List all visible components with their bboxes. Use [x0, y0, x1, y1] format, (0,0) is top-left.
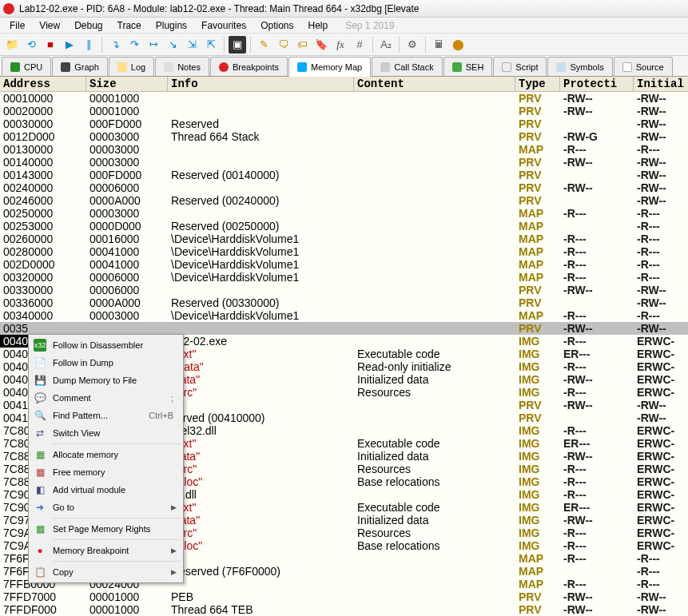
cell-addr[interactable]: 00260000 [0, 232, 86, 245]
cell-content[interactable]: Resources [354, 463, 515, 475]
settings-icon[interactable]: ⚙ [404, 36, 421, 54]
cell-init[interactable]: -RW-- [634, 181, 688, 194]
cell-type[interactable]: IMG [515, 450, 560, 463]
cell-prot[interactable]: -R--- [560, 232, 634, 245]
menu-find-pattern-[interactable]: 🔍Find Pattern...Ctrl+B [30, 407, 181, 424]
cell-prot[interactable] [560, 411, 634, 424]
menu-copy[interactable]: 📋Copy▶ [30, 563, 181, 581]
cell-content[interactable] [354, 424, 515, 437]
cell-content[interactable]: Base relocations [354, 475, 515, 488]
cell-content[interactable] [354, 578, 515, 590]
tab-graph[interactable]: Graph [52, 57, 108, 76]
cell-prot[interactable]: -R--- [560, 245, 634, 258]
column-initial[interactable]: Initial [634, 77, 688, 92]
cell-content[interactable] [354, 143, 515, 156]
cell-info[interactable] [168, 552, 354, 565]
menu-memory-breakpoint[interactable]: ●Memory Breakpoint▶ [30, 542, 181, 559]
cell-addr[interactable]: 002D0000 [0, 258, 86, 271]
cell-init[interactable]: ERWC- [634, 348, 688, 360]
cell-info[interactable]: Reserved [168, 117, 354, 130]
cell-content[interactable] [354, 258, 515, 271]
cell-type[interactable]: IMG [515, 348, 560, 360]
cell-init[interactable]: -RW-- [634, 603, 688, 616]
cell-type[interactable]: MAP [515, 565, 560, 578]
cell-info[interactable]: .data" [168, 450, 354, 463]
column-type[interactable]: Type [515, 77, 560, 92]
tab-log[interactable]: Log [109, 57, 154, 76]
cell-type[interactable]: PRV [515, 322, 560, 335]
cell-info[interactable]: .rsrc" [168, 527, 354, 539]
cell-prot[interactable]: -RW-- [560, 92, 634, 105]
menu-switch-view[interactable]: ⇄Switch View [30, 424, 181, 442]
cell-content[interactable] [354, 590, 515, 603]
cell-addr[interactable]: 00020000 [0, 105, 86, 117]
cell-prot[interactable]: -R--- [560, 386, 634, 399]
open-icon[interactable]: 📁 [3, 36, 21, 54]
cell-addr[interactable]: 00130000 [0, 143, 86, 156]
cell-type[interactable]: PRV [515, 603, 560, 616]
cell-init[interactable]: -RW-- [634, 117, 688, 130]
cell-type[interactable]: PRV [515, 181, 560, 194]
cell-addr[interactable]: 00143000 [0, 169, 86, 181]
cell-addr[interactable]: 7FFDF000 [0, 603, 86, 616]
cell-size[interactable]: 0000A000 [86, 194, 168, 207]
cell-content[interactable] [354, 399, 515, 411]
cell-addr[interactable]: 7FFD7000 [0, 590, 86, 603]
cell-addr[interactable]: 00253000 [0, 220, 86, 232]
cell-type[interactable]: IMG [515, 335, 560, 348]
cell-prot[interactable] [560, 296, 634, 309]
tab-script[interactable]: Script [493, 57, 547, 76]
cell-prot[interactable] [560, 169, 634, 181]
cell-type[interactable]: PRV [515, 117, 560, 130]
tab-source[interactable]: Source [614, 57, 673, 76]
cell-type[interactable]: MAP [515, 207, 560, 220]
cell-addr[interactable]: 00140000 [0, 156, 86, 169]
cell-info[interactable]: .text" [168, 501, 354, 514]
menu-set-page-memory-rights[interactable]: ▦Set Page Memory Rights [30, 520, 181, 538]
column-protecti[interactable]: Protecti [560, 77, 634, 92]
cell-content[interactable] [354, 245, 515, 258]
cell-type[interactable]: MAP [515, 309, 560, 322]
cell-size[interactable]: 00006000 [86, 284, 168, 296]
cell-prot[interactable]: -R--- [560, 309, 634, 322]
menu-follow-in-dump[interactable]: 📄Follow in Dump [30, 354, 181, 372]
cell-prot[interactable]: ER--- [560, 437, 634, 450]
cell-type[interactable]: IMG [515, 386, 560, 399]
cell-prot[interactable]: -RW-- [560, 590, 634, 603]
step-out-icon[interactable]: ↦ [145, 36, 162, 54]
cell-init[interactable]: ERWC- [634, 488, 688, 501]
cell-type[interactable]: PRV [515, 156, 560, 169]
cell-prot[interactable]: ER--- [560, 348, 634, 360]
menu-view[interactable]: View [33, 18, 66, 33]
column-content[interactable]: Content [354, 77, 515, 92]
cell-init[interactable]: -R--- [634, 309, 688, 322]
cell-type[interactable]: IMG [515, 514, 560, 527]
tab-cpu[interactable]: CPU [2, 57, 51, 76]
menu-allocate-memory[interactable]: ▦Allocate memory [30, 446, 181, 463]
cell-init[interactable]: -R--- [634, 258, 688, 271]
cell-size[interactable] [86, 322, 168, 335]
cell-info[interactable] [168, 143, 354, 156]
cell-prot[interactable] [560, 117, 634, 130]
cell-init[interactable]: ERWC- [634, 475, 688, 488]
cell-init[interactable]: -R--- [634, 578, 688, 590]
cell-info[interactable]: \Device\HarddiskVolume1 [168, 258, 354, 271]
tab-memory-map[interactable]: Memory Map [288, 57, 371, 77]
cell-size[interactable]: 00016000 [86, 232, 168, 245]
trace-over-icon[interactable]: ⇱ [202, 36, 220, 54]
cell-content[interactable] [354, 411, 515, 424]
cell-prot[interactable]: -R--- [560, 463, 634, 475]
cell-size[interactable]: 00003000 [86, 143, 168, 156]
cell-init[interactable]: ERWC- [634, 450, 688, 463]
cell-info[interactable]: Reserved (00240000) [168, 194, 354, 207]
cell-prot[interactable]: -R--- [560, 258, 634, 271]
cell-init[interactable]: -RW-- [634, 130, 688, 143]
cell-content[interactable]: Executable code [354, 501, 515, 514]
cell-content[interactable] [354, 309, 515, 322]
menu-follow-in-disassembler[interactable]: x32Follow in Disassembler [30, 336, 181, 354]
cell-type[interactable]: MAP [515, 220, 560, 232]
cell-type[interactable]: PRV [515, 399, 560, 411]
column-size[interactable]: Size [86, 77, 168, 92]
cell-content[interactable]: Base relocations [354, 539, 515, 552]
cell-type[interactable]: PRV [515, 296, 560, 309]
